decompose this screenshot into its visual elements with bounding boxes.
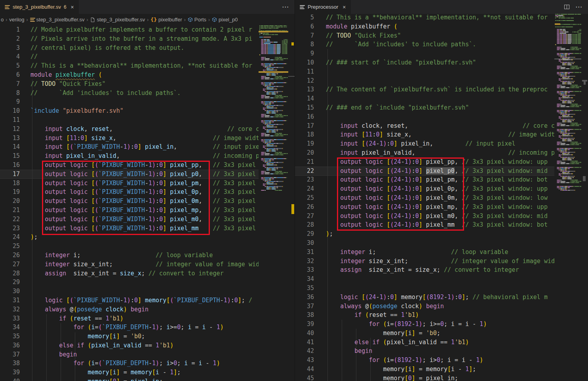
code-line: output logic [(`PIXBUF_WIDTH-1):0] pixel… (0, 170, 259, 179)
code-line (295, 275, 554, 284)
code-line: else if (pixel_in_valid == 1'b1) (0, 341, 259, 350)
editor-group-left: step_3_pixelbuffer.sv 6 × ⋯ o›verilog›st… (0, 0, 295, 381)
document-icon (300, 5, 305, 9)
code-line: else if (pixel_in_valid == 1'b1) (295, 338, 554, 347)
code-line (0, 116, 259, 125)
code-line: for (i=(`PIXBUF_DEPTH-1); i>=0; i = i - … (0, 323, 259, 332)
code-line: output logic [(`PIXBUF_WIDTH-1):0] pixel… (0, 224, 259, 233)
code-line: input pixel_in_valid, // incoming p (0, 152, 259, 161)
code-line: logic [(24-1):0] memory[(8192-1):0]; // … (295, 293, 554, 302)
code-line: input [11:0] size_x, // image widt (0, 134, 259, 143)
code-line: ); (0, 233, 259, 242)
code-line: integer size_x_int; // integer value of … (295, 257, 554, 266)
breadcrumb: o›verilog›step_3_pixelbuffer.sv›step_3_p… (0, 14, 295, 25)
code-line: // Pixels arrive into the buffer in a st… (0, 34, 259, 44)
code-line (295, 67, 554, 76)
code-line (295, 239, 554, 248)
code-line: // Module pixelbuffer implements a buffe… (0, 25, 259, 34)
overview-ruler (288, 25, 295, 381)
tab-step_3_pixelbuffer[interactable]: step_3_pixelbuffer.sv 6 × (0, 0, 79, 14)
more-actions-icon[interactable]: ⋯ (282, 3, 289, 11)
code-line: output logic [(`PIXBUF_WIDTH-1):0] pixel… (0, 188, 259, 197)
code-line: always @(posedge clock) begin (0, 305, 259, 314)
code-line: integer i; // loop variable (0, 251, 259, 260)
breadcrumb-separator: › (86, 17, 88, 23)
code-line: integer size_x_int; // integer value of … (0, 260, 259, 269)
code-line: assign size_x_int = size_x; // convert t… (295, 265, 554, 275)
close-icon[interactable]: × (343, 4, 346, 10)
code-line: memory[0] = pixel_in; (0, 377, 259, 381)
code-line: // This is a **behavioral** implementati… (0, 61, 259, 70)
overview-warning-marker (291, 204, 294, 214)
breadcrumb-item-pixel_p0[interactable]: pixel_p0 (212, 17, 238, 23)
code-line: always @(posedge clock) begin (295, 302, 554, 311)
minimap[interactable] (259, 25, 288, 381)
code-line: // The content of `pixelbuffer.svh` is i… (295, 85, 554, 94)
code-line: output logic [(`PIXBUF_WIDTH-1):0] pixel… (0, 179, 259, 188)
code-area[interactable]: // This is a **behavioral** implementati… (295, 14, 554, 381)
split-editor-icon[interactable] (564, 4, 570, 10)
code-line (295, 49, 554, 58)
tabbar-left: step_3_pixelbuffer.sv 6 × ⋯ (0, 0, 295, 14)
code-line: module pixelbuffer ( (0, 70, 259, 80)
code-line: output logic [(24-1):0] pixel_mp, // 3x3… (295, 203, 554, 212)
breadcrumb-separator: › (208, 17, 210, 23)
code-line: // This is a **behavioral** implementati… (295, 14, 554, 22)
code-line: logic [(`PIXBUF_WIDTH-1):0] memory[(`PIX… (0, 296, 259, 305)
code-line: memory[0] = pixel_in; (295, 374, 554, 381)
tab-actions-left: ⋯ (276, 0, 295, 14)
more-actions-icon[interactable]: ⋯ (575, 3, 582, 11)
code-line: // `Add 'includes' to include paths`. (0, 89, 259, 98)
overview-marker (288, 76, 295, 77)
breadcrumb-item-step_3_pixelbuffer-sv[interactable]: step_3_pixelbuffer.sv (90, 17, 145, 23)
code-line (295, 112, 554, 121)
code-line (0, 287, 259, 296)
breadcrumb-item-verilog[interactable]: verilog (9, 17, 24, 23)
code-line: // ### end of `include "pixelbuffer.svh" (295, 103, 554, 112)
editor-left[interactable]: 1234567891011121314151617181920212223242… (0, 25, 295, 381)
code-line: output logic [(24-1):0] pixel_p0, // 3x3… (295, 167, 554, 176)
code-line: input [(`PIXBUF_WIDTH-1):0] pixel_in, //… (0, 142, 259, 152)
tab-badge: 6 (64, 4, 67, 10)
minimap[interactable] (554, 14, 581, 381)
close-icon[interactable]: × (71, 4, 74, 10)
systemverilog-file-icon (5, 5, 10, 9)
breadcrumb-item-o[interactable]: o (1, 17, 4, 23)
code-line: memory[i] = memory[i - 1]; (295, 365, 554, 374)
code-line: output logic [(24-1):0] pixel_pp, // 3x3… (295, 157, 554, 167)
scrollbar-marker[interactable] (584, 82, 586, 85)
code-line: module pixelbuffer ( (295, 22, 554, 31)
code-line: if (reset == 1'b1) (0, 314, 259, 323)
breadcrumb-separator: › (147, 17, 148, 23)
code-line: `include "pixelbuffer.svh" (0, 106, 259, 116)
code-line: input clock, reset, // core c (295, 121, 554, 131)
code-line: input [(24-1):0] pixel_in, // input pixe… (295, 139, 554, 148)
tab-label: step_3_pixelbuffer.sv (13, 4, 61, 10)
breadcrumb-item-ports[interactable]: Ports (188, 17, 206, 23)
code-line: output logic [(24-1):0] pixel_0p, // 3x3… (295, 184, 554, 193)
tab-preprocessor[interactable]: Preprocessor × (295, 0, 351, 14)
code-line (295, 284, 554, 293)
code-line: // `Add 'includes' to include paths`. (295, 40, 554, 49)
editor-right[interactable]: 5678910111213141516171819202122232425262… (295, 14, 588, 381)
overview-warning-marker (291, 42, 294, 45)
code-line: output logic [(`PIXBUF_WIDTH-1):0] pixel… (0, 215, 259, 224)
code-line: // central pixel) is offered at the outp… (0, 44, 259, 53)
code-line: memory[i] = 'b0; (0, 332, 259, 341)
overview-marker (583, 176, 586, 181)
code-line: for (i=(`PIXBUF_DEPTH-1); i>0; i = i - 1… (0, 359, 259, 368)
code-line: for (i=(8192-1); i>=0; i = i - 1) (295, 320, 554, 329)
code-line: // (0, 52, 259, 61)
code-line: // TODO "Quick Fixes" (0, 80, 259, 89)
code-line: output logic [(24-1):0] pixel_m0, // 3x3… (295, 212, 554, 221)
overview-ruler (581, 14, 588, 381)
code-line: output logic [(`PIXBUF_WIDTH-1):0] pixel… (0, 161, 259, 170)
code-line: memory[i] = 'b0; (295, 329, 554, 338)
code-line: begin (0, 350, 259, 359)
breadcrumb-item-step_3_pixelbuffer-sv[interactable]: step_3_pixelbuffer.sv (30, 17, 85, 23)
code-area[interactable]: // Module pixelbuffer implements a buffe… (0, 25, 259, 381)
breadcrumb-item-pixelbuffer[interactable]: {}pixelbuffer (150, 17, 182, 23)
code-line (0, 242, 259, 251)
code-line: assign size_x_int = size_x; // convert t… (0, 269, 259, 278)
tab-label: Preprocessor (308, 4, 338, 10)
